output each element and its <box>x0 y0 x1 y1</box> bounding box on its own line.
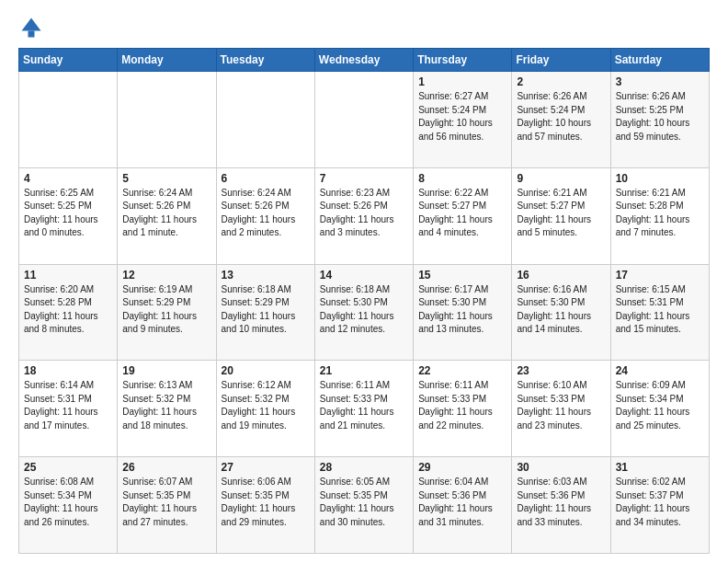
weekday-monday: Monday <box>118 49 216 72</box>
day-number: 16 <box>517 269 605 282</box>
day-info: Sunrise: 6:22 AM Sunset: 5:27 PM Dayligh… <box>418 187 506 240</box>
calendar-cell: 14Sunrise: 6:18 AM Sunset: 5:30 PM Dayli… <box>314 264 413 361</box>
day-info: Sunrise: 6:11 AM Sunset: 5:33 PM Dayligh… <box>320 379 408 432</box>
day-info: Sunrise: 6:24 AM Sunset: 5:26 PM Dayligh… <box>222 187 310 240</box>
weekday-sunday: Sunday <box>19 49 118 72</box>
calendar-cell: 27Sunrise: 6:06 AM Sunset: 5:35 PM Dayli… <box>216 457 314 554</box>
header <box>18 15 710 40</box>
calendar-body: 1Sunrise: 6:27 AM Sunset: 5:24 PM Daylig… <box>19 72 710 554</box>
day-info: Sunrise: 6:18 AM Sunset: 5:29 PM Dayligh… <box>222 283 310 337</box>
day-number: 20 <box>222 364 310 377</box>
day-number: 22 <box>418 364 506 377</box>
day-info: Sunrise: 6:04 AM Sunset: 5:36 PM Dayligh… <box>418 476 506 529</box>
calendar-cell: 8Sunrise: 6:22 AM Sunset: 5:27 PM Daylig… <box>414 167 512 264</box>
calendar-cell <box>19 72 118 168</box>
calendar-cell: 25Sunrise: 6:08 AM Sunset: 5:34 PM Dayli… <box>19 457 118 554</box>
weekday-friday: Friday <box>512 49 610 72</box>
calendar-cell: 10Sunrise: 6:21 AM Sunset: 5:28 PM Dayli… <box>610 167 709 264</box>
day-number: 5 <box>122 172 210 185</box>
day-info: Sunrise: 6:24 AM Sunset: 5:26 PM Dayligh… <box>122 187 210 240</box>
day-info: Sunrise: 6:03 AM Sunset: 5:36 PM Dayligh… <box>517 476 605 529</box>
calendar-cell: 3Sunrise: 6:26 AM Sunset: 5:25 PM Daylig… <box>610 72 709 168</box>
day-info: Sunrise: 6:02 AM Sunset: 5:37 PM Dayligh… <box>616 476 704 529</box>
day-info: Sunrise: 6:23 AM Sunset: 5:26 PM Dayligh… <box>320 187 408 240</box>
calendar-cell <box>314 72 413 168</box>
day-number: 8 <box>418 172 506 185</box>
calendar-page: SundayMondayTuesdayWednesdayThursdayFrid… <box>0 0 728 563</box>
day-number: 19 <box>122 364 210 377</box>
weekday-saturday: Saturday <box>610 49 709 72</box>
day-number: 1 <box>418 75 506 88</box>
calendar-cell: 29Sunrise: 6:04 AM Sunset: 5:36 PM Dayli… <box>414 457 512 554</box>
calendar-row-4: 25Sunrise: 6:08 AM Sunset: 5:34 PM Dayli… <box>19 457 710 554</box>
calendar-cell: 22Sunrise: 6:11 AM Sunset: 5:33 PM Dayli… <box>414 361 512 457</box>
calendar-cell: 24Sunrise: 6:09 AM Sunset: 5:34 PM Dayli… <box>610 361 709 457</box>
calendar-cell: 11Sunrise: 6:20 AM Sunset: 5:28 PM Dayli… <box>19 264 118 361</box>
day-info: Sunrise: 6:06 AM Sunset: 5:35 PM Dayligh… <box>222 476 310 529</box>
calendar-cell: 23Sunrise: 6:10 AM Sunset: 5:33 PM Dayli… <box>512 361 610 457</box>
day-number: 2 <box>517 75 605 88</box>
day-info: Sunrise: 6:10 AM Sunset: 5:33 PM Dayligh… <box>517 379 605 432</box>
day-number: 15 <box>418 269 506 282</box>
weekday-thursday: Thursday <box>414 49 512 72</box>
calendar-cell: 20Sunrise: 6:12 AM Sunset: 5:32 PM Dayli… <box>216 361 314 457</box>
calendar-cell: 26Sunrise: 6:07 AM Sunset: 5:35 PM Dayli… <box>118 457 216 554</box>
svg-marker-0 <box>22 18 41 31</box>
day-info: Sunrise: 6:07 AM Sunset: 5:35 PM Dayligh… <box>122 476 210 529</box>
calendar-cell: 4Sunrise: 6:25 AM Sunset: 5:25 PM Daylig… <box>19 167 118 264</box>
logo <box>18 15 48 40</box>
day-info: Sunrise: 6:15 AM Sunset: 5:31 PM Dayligh… <box>616 283 704 337</box>
day-number: 14 <box>320 269 408 282</box>
day-number: 11 <box>24 269 112 282</box>
weekday-header-row: SundayMondayTuesdayWednesdayThursdayFrid… <box>19 49 710 72</box>
calendar-cell: 19Sunrise: 6:13 AM Sunset: 5:32 PM Dayli… <box>118 361 216 457</box>
calendar-row-2: 11Sunrise: 6:20 AM Sunset: 5:28 PM Dayli… <box>19 264 710 361</box>
day-info: Sunrise: 6:08 AM Sunset: 5:34 PM Dayligh… <box>24 476 112 529</box>
calendar-row-0: 1Sunrise: 6:27 AM Sunset: 5:24 PM Daylig… <box>19 72 710 168</box>
day-info: Sunrise: 6:17 AM Sunset: 5:30 PM Dayligh… <box>418 283 506 337</box>
day-number: 10 <box>616 172 704 185</box>
calendar-cell: 1Sunrise: 6:27 AM Sunset: 5:24 PM Daylig… <box>414 72 512 168</box>
calendar-cell: 21Sunrise: 6:11 AM Sunset: 5:33 PM Dayli… <box>314 361 413 457</box>
calendar-cell: 9Sunrise: 6:21 AM Sunset: 5:27 PM Daylig… <box>512 167 610 264</box>
day-info: Sunrise: 6:16 AM Sunset: 5:30 PM Dayligh… <box>517 283 605 337</box>
calendar-cell: 15Sunrise: 6:17 AM Sunset: 5:30 PM Dayli… <box>414 264 512 361</box>
calendar-row-1: 4Sunrise: 6:25 AM Sunset: 5:25 PM Daylig… <box>19 167 710 264</box>
day-number: 12 <box>122 269 210 282</box>
day-number: 6 <box>222 172 310 185</box>
calendar-cell: 7Sunrise: 6:23 AM Sunset: 5:26 PM Daylig… <box>314 167 413 264</box>
day-info: Sunrise: 6:11 AM Sunset: 5:33 PM Dayligh… <box>418 379 506 432</box>
calendar-cell: 5Sunrise: 6:24 AM Sunset: 5:26 PM Daylig… <box>118 167 216 264</box>
calendar-cell: 28Sunrise: 6:05 AM Sunset: 5:35 PM Dayli… <box>314 457 413 554</box>
day-number: 24 <box>616 364 704 377</box>
day-info: Sunrise: 6:20 AM Sunset: 5:28 PM Dayligh… <box>24 283 112 337</box>
day-info: Sunrise: 6:21 AM Sunset: 5:27 PM Dayligh… <box>517 187 605 240</box>
day-number: 29 <box>418 461 506 474</box>
day-info: Sunrise: 6:13 AM Sunset: 5:32 PM Dayligh… <box>122 379 210 432</box>
day-number: 30 <box>517 461 605 474</box>
day-number: 17 <box>616 269 704 282</box>
day-info: Sunrise: 6:26 AM Sunset: 5:24 PM Dayligh… <box>517 90 605 144</box>
weekday-tuesday: Tuesday <box>216 49 314 72</box>
day-info: Sunrise: 6:21 AM Sunset: 5:28 PM Dayligh… <box>616 187 704 240</box>
day-number: 31 <box>616 461 704 474</box>
calendar-cell: 17Sunrise: 6:15 AM Sunset: 5:31 PM Dayli… <box>610 264 709 361</box>
day-number: 9 <box>517 172 605 185</box>
day-number: 25 <box>24 461 112 474</box>
calendar-table: SundayMondayTuesdayWednesdayThursdayFrid… <box>18 48 710 554</box>
day-info: Sunrise: 6:19 AM Sunset: 5:29 PM Dayligh… <box>122 283 210 337</box>
calendar-cell: 18Sunrise: 6:14 AM Sunset: 5:31 PM Dayli… <box>19 361 118 457</box>
day-info: Sunrise: 6:18 AM Sunset: 5:30 PM Dayligh… <box>320 283 408 337</box>
day-number: 23 <box>517 364 605 377</box>
day-number: 18 <box>24 364 112 377</box>
day-info: Sunrise: 6:05 AM Sunset: 5:35 PM Dayligh… <box>320 476 408 529</box>
weekday-wednesday: Wednesday <box>314 49 413 72</box>
day-info: Sunrise: 6:14 AM Sunset: 5:31 PM Dayligh… <box>24 379 112 432</box>
logo-icon <box>18 15 44 40</box>
day-number: 7 <box>320 172 408 185</box>
day-number: 3 <box>616 75 704 88</box>
calendar-cell <box>118 72 216 168</box>
day-info: Sunrise: 6:12 AM Sunset: 5:32 PM Dayligh… <box>222 379 310 432</box>
calendar-header: SundayMondayTuesdayWednesdayThursdayFrid… <box>19 49 710 72</box>
day-info: Sunrise: 6:26 AM Sunset: 5:25 PM Dayligh… <box>616 90 704 144</box>
